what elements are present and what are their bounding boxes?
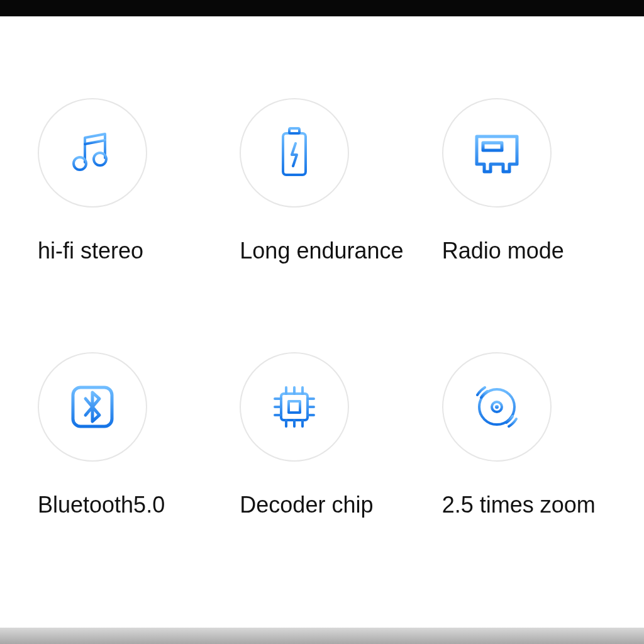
feature-radio: Radio mode bbox=[442, 98, 619, 264]
feature-grid: hi-fi stereo bbox=[38, 98, 619, 518]
svg-point-1 bbox=[94, 153, 106, 165]
feature-endurance: Long endurance bbox=[240, 98, 416, 264]
feature-decoder-label: Decoder chip bbox=[240, 492, 373, 518]
feature-zoom-label: 2.5 times zoom bbox=[442, 492, 596, 518]
radio-chip-icon bbox=[470, 130, 523, 175]
bluetooth-icon bbox=[68, 382, 117, 431]
svg-rect-4 bbox=[483, 143, 502, 150]
feature-decoder: Decoder chip bbox=[240, 352, 416, 518]
svg-rect-7 bbox=[289, 401, 300, 413]
svg-rect-3 bbox=[289, 128, 299, 133]
feature-bluetooth-label: Bluetooth5.0 bbox=[38, 492, 165, 518]
feature-decoder-circle bbox=[240, 352, 349, 462]
feature-hifi: hi-fi stereo bbox=[38, 98, 214, 264]
processor-icon bbox=[267, 380, 321, 434]
feature-endurance-circle bbox=[240, 98, 349, 208]
feature-hifi-label: hi-fi stereo bbox=[38, 238, 143, 264]
disc-icon bbox=[470, 380, 524, 434]
svg-point-10 bbox=[495, 405, 499, 409]
feature-radio-circle bbox=[442, 98, 552, 208]
music-note-icon bbox=[67, 128, 118, 178]
feature-endurance-label: Long endurance bbox=[240, 238, 403, 264]
feature-bluetooth: Bluetooth5.0 bbox=[38, 352, 214, 518]
svg-point-0 bbox=[74, 157, 86, 170]
bottom-edge-shadow bbox=[0, 628, 644, 644]
top-black-bar bbox=[0, 0, 644, 16]
feature-bluetooth-circle bbox=[38, 352, 147, 462]
feature-card: hi-fi stereo bbox=[0, 16, 644, 628]
battery-icon bbox=[275, 125, 313, 181]
feature-zoom-circle bbox=[442, 352, 552, 462]
feature-zoom: 2.5 times zoom bbox=[442, 352, 619, 518]
feature-radio-label: Radio mode bbox=[442, 238, 564, 264]
page: hi-fi stereo bbox=[0, 0, 644, 644]
feature-hifi-circle bbox=[38, 98, 147, 208]
svg-rect-6 bbox=[281, 394, 308, 420]
